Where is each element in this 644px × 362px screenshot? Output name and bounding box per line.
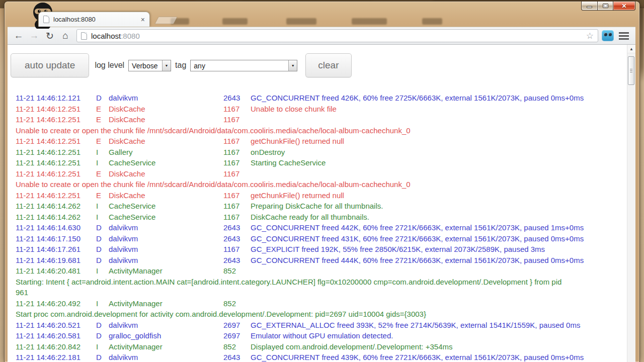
log-message: Starting CacheService bbox=[251, 158, 326, 167]
log-entry: 11-21 14:46:12.251ICacheService1167Start… bbox=[16, 157, 615, 168]
tab-close-icon[interactable]: × bbox=[141, 16, 145, 23]
log-level: E bbox=[96, 168, 109, 179]
extension-icon[interactable] bbox=[602, 30, 614, 41]
log-pid: 1167 bbox=[223, 157, 251, 168]
log-message: getChunkFile() returned null bbox=[251, 191, 344, 200]
log-pid: 1167 bbox=[223, 114, 251, 125]
log-tag: DiskCache bbox=[109, 114, 223, 125]
page-scrollbar[interactable]: ▲ bbox=[627, 45, 635, 362]
log-message: getChunkFile() returned null bbox=[251, 137, 344, 145]
log-level: I bbox=[96, 201, 109, 212]
tab-favicon bbox=[43, 16, 49, 23]
log-level: E bbox=[96, 104, 109, 115]
menu-icon[interactable] bbox=[619, 32, 629, 40]
log-message: GC_EXTERNAL_ALLOC freed 393K, 52% free 2… bbox=[251, 321, 580, 329]
log-message: GC_CONCURRENT freed 426K, 60% free 2725K… bbox=[251, 94, 584, 102]
log-entry: 11-21 14:46:19.681Ddalvikvm2643GC_CONCUR… bbox=[16, 255, 615, 266]
log-entry: 11-21 14:46:22.181Ddalvikvm2643GC_CONCUR… bbox=[16, 352, 615, 362]
tag-value: any bbox=[191, 60, 288, 71]
log-level-value: Verbose bbox=[129, 60, 162, 71]
log-level: I bbox=[96, 157, 109, 168]
log-tag: ActivityManager bbox=[109, 298, 223, 309]
log-level-label: log level bbox=[95, 61, 124, 70]
log-tag: CacheService bbox=[109, 212, 223, 223]
log-entry: 11-21 14:46:12.251IGallery1167onDestroy bbox=[16, 147, 615, 158]
clear-button[interactable]: clear bbox=[305, 53, 351, 77]
log-tag: gralloc_goldfish bbox=[109, 330, 223, 341]
log-message: DiskCache ready for all thumbnails. bbox=[251, 213, 369, 221]
new-tab-button[interactable] bbox=[154, 17, 178, 24]
log-message: onDestroy bbox=[251, 148, 285, 156]
auto-update-button[interactable]: auto update bbox=[11, 53, 89, 77]
log-pid: 1167 bbox=[223, 212, 251, 223]
log-level: I bbox=[96, 298, 109, 309]
log-time: 11-21 14:46:12.251 bbox=[16, 104, 96, 115]
scroll-up-icon[interactable]: ▲ bbox=[627, 45, 635, 53]
log-pid: 1167 bbox=[223, 244, 251, 255]
log-tag: dalvikvm bbox=[109, 352, 223, 362]
log-message: Emulator without GPU emulation detected. bbox=[251, 331, 393, 340]
logcat-controls: auto update log level Verbose ▼ tag any … bbox=[8, 45, 635, 77]
log-time: 11-21 14:46:12.251 bbox=[16, 136, 96, 147]
log-level: D bbox=[96, 93, 109, 104]
log-time: 11-21 14:46:14.262 bbox=[16, 212, 96, 223]
log-level-select[interactable]: Verbose ▼ bbox=[128, 60, 171, 71]
log-level: D bbox=[96, 352, 109, 362]
back-icon[interactable]: ← bbox=[12, 29, 25, 42]
tag-select[interactable]: any ▼ bbox=[190, 60, 297, 71]
log-tag: dalvikvm bbox=[109, 233, 223, 244]
log-message: GC_CONCURRENT freed 444K, 60% free 2721K… bbox=[251, 256, 584, 264]
bookmark-star-icon[interactable]: ☆ bbox=[586, 32, 594, 40]
log-entry: 11-21 14:46:17.150Ddalvikvm2643GC_CONCUR… bbox=[16, 233, 615, 244]
address-bar[interactable]: localhost :8080 ☆ bbox=[76, 29, 598, 42]
log-tag: DiskCache bbox=[109, 190, 223, 201]
close-window-button[interactable]: ✕ bbox=[613, 2, 635, 11]
log-time: 11-21 14:46:12.121 bbox=[16, 93, 96, 104]
log-entry: 11-21 14:46:20.521Ddalvikvm2697GC_EXTERN… bbox=[16, 320, 615, 331]
log-pid: 1167 bbox=[223, 190, 251, 201]
log-level: D bbox=[96, 320, 109, 331]
log-level: E bbox=[96, 136, 109, 147]
tab-title: localhost:8080 bbox=[53, 16, 96, 23]
log-entry: 11-21 14:46:14.262ICacheService1167DiskC… bbox=[16, 212, 615, 223]
log-pid: 2643 bbox=[223, 352, 251, 362]
log-tag: dalvikvm bbox=[109, 320, 223, 331]
log-entry: 11-21 14:46:12.121Ddalvikvm2643GC_CONCUR… bbox=[16, 93, 615, 104]
log-tag: Gallery bbox=[109, 147, 223, 158]
log-time: 11-21 14:46:22.181 bbox=[16, 352, 96, 362]
blurred-background-text bbox=[222, 18, 248, 25]
log-level: D bbox=[96, 255, 109, 266]
scrollbar-thumb[interactable] bbox=[628, 56, 634, 85]
log-level: I bbox=[96, 212, 109, 223]
log-pid: 2643 bbox=[223, 255, 251, 266]
log-time: 11-21 14:46:20.521 bbox=[16, 320, 96, 331]
blurred-background-text bbox=[422, 18, 442, 25]
page-icon bbox=[81, 32, 87, 40]
log-pid: 852 bbox=[223, 265, 251, 277]
log-level: I bbox=[96, 341, 109, 352]
log-level: D bbox=[96, 330, 109, 341]
reload-icon[interactable]: ↻ bbox=[43, 29, 56, 42]
log-level: I bbox=[96, 147, 109, 158]
log-time: 11-21 14:46:12.251 bbox=[16, 114, 96, 125]
url-port: :8080 bbox=[121, 32, 140, 40]
browser-tab[interactable]: localhost:8080 × bbox=[38, 12, 150, 27]
log-list: 11-21 14:46:12.121Ddalvikvm2643GC_CONCUR… bbox=[16, 93, 615, 362]
log-entry: 11-21 14:46:12.251EDiskCache1167 Unable … bbox=[16, 114, 615, 136]
forward-icon[interactable]: → bbox=[28, 29, 41, 42]
log-entry: 11-21 14:46:12.251EDiskCache1167getChunk… bbox=[16, 190, 615, 201]
browser-toolbar: ← → ↻ ⌂ localhost :8080 ☆ bbox=[8, 27, 635, 45]
log-tag: CacheService bbox=[109, 157, 223, 168]
log-tag: dalvikvm bbox=[109, 244, 223, 255]
log-message: Displayed com.android.development/.Devel… bbox=[251, 342, 452, 351]
maximize-button[interactable] bbox=[597, 2, 613, 11]
log-time: 11-21 14:46:12.251 bbox=[16, 157, 96, 168]
log-time: 11-21 14:46:12.251 bbox=[16, 147, 96, 158]
minimize-button[interactable] bbox=[581, 2, 597, 11]
log-pid: 1167 bbox=[223, 168, 251, 179]
log-tag: DiskCache bbox=[109, 104, 223, 115]
log-message: Starting: Intent { act=android.intent.ac… bbox=[16, 278, 561, 297]
dropdown-arrow-icon: ▼ bbox=[288, 60, 297, 71]
log-pid: 2643 bbox=[223, 233, 251, 244]
home-icon[interactable]: ⌂ bbox=[59, 29, 72, 42]
